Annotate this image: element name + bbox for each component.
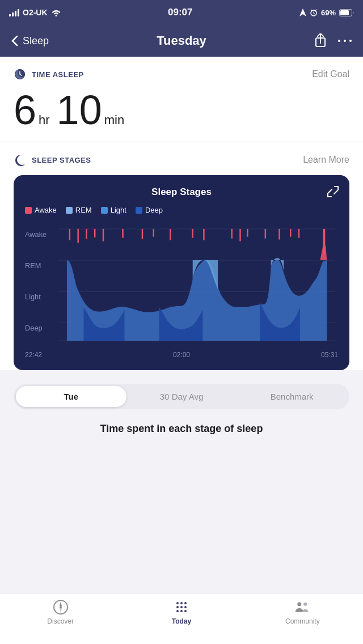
svg-point-49 [184,610,187,612]
bottom-tab-bar: Discover Today [0,593,363,644]
svg-text:Awake: Awake [25,230,47,239]
battery-percent: 69% [321,9,336,17]
back-button[interactable]: Sleep [11,35,49,47]
dots-grid-icon [174,599,189,615]
hours-value: 6 [14,90,36,130]
legend-awake-label: Awake [35,206,57,214]
minutes-value: 10 [57,90,102,130]
status-right: 69% [299,9,354,17]
svg-point-41 [176,602,179,604]
today-label: Today [172,617,191,625]
legend-awake: Awake [25,206,57,214]
period-tabs: Tue 30 Day Avg Benchmark [14,384,349,409]
time-label-mid: 02:00 [173,351,190,359]
discover-label: Discover [47,617,74,625]
svg-point-5 [344,40,346,42]
svg-marker-39 [60,601,62,607]
discover-tab-icon [53,599,69,615]
svg-point-46 [184,606,187,608]
sleep-chart-container: Sleep Stages Awake REM Light [14,175,349,370]
tab-community[interactable]: Community [242,599,363,625]
community-label: Community [285,617,320,625]
alarm-icon [310,9,318,16]
legend-light: Light [101,206,126,214]
svg-point-47 [176,610,179,612]
tab-tue[interactable]: Tue [16,386,126,407]
tab-discover[interactable]: Discover [0,599,121,625]
sleep-stages-svg: Awake REM Light Deep [25,223,338,346]
legend-rem-label: REM [75,206,92,214]
moon-clock-icon [14,68,26,80]
learn-more-link[interactable]: Learn More [303,155,349,165]
chevron-left-icon [11,35,18,46]
svg-point-43 [184,602,187,604]
people-icon [294,599,310,615]
chart-title: Sleep Stages [25,187,338,198]
tab-today[interactable]: Today [121,599,242,625]
back-label: Sleep [23,35,49,47]
battery-icon [339,9,354,16]
sleep-stages-section: SLEEP STAGES Learn More Sleep Stages Awa… [14,142,349,370]
svg-point-45 [180,606,183,608]
chart-legend: Awake REM Light Deep [25,206,338,214]
expand-icon[interactable] [327,185,339,201]
nav-actions [314,33,352,48]
more-icon[interactable] [338,39,352,43]
svg-point-44 [176,606,179,608]
svg-point-51 [304,603,307,606]
sleep-stages-title: SLEEP STAGES [14,154,91,166]
svg-point-6 [349,40,352,42]
legend-deep-dot [136,207,142,214]
time-label-start: 22:42 [25,351,42,359]
svg-text:Deep: Deep [25,324,43,332]
compass-icon [53,599,69,615]
status-time: 09:07 [168,7,192,18]
svg-point-42 [180,602,183,604]
svg-point-50 [298,602,302,606]
hours-unit: hr [39,113,50,128]
edit-goal-link[interactable]: Edit Goal [312,69,349,79]
tab-30day[interactable]: 30 Day Avg [126,386,237,407]
svg-marker-40 [60,607,62,613]
chart-time-labels: 22:42 02:00 05:31 [25,351,338,359]
legend-deep-label: Deep [145,206,163,214]
main-content: TIME ASLEEP Edit Goal 6 hr 10 min SLEEP … [0,57,363,370]
legend-deep: Deep [136,206,163,214]
svg-rect-2 [340,10,349,15]
moon-icon [14,154,26,166]
time-asleep-header: TIME ASLEEP Edit Goal [14,68,349,80]
minutes-unit: min [104,113,124,128]
legend-light-dot [101,207,108,214]
time-asleep-title: TIME ASLEEP [14,68,84,80]
wifi-icon [51,9,61,16]
legend-awake-dot [25,207,32,214]
time-display: 6 hr 10 min [14,85,349,142]
sleep-stages-header: SLEEP STAGES Learn More [14,154,349,166]
location-icon [299,9,306,16]
status-left: O2-UK [9,8,61,17]
stage-detail-title: Time spent in each stage of sleep [0,418,363,437]
expand-arrows-icon [327,185,339,198]
legend-rem-dot [66,207,73,214]
svg-text:Light: Light [25,293,41,301]
time-label-end: 05:31 [321,351,338,359]
status-bar: O2-UK 09:07 69% [0,0,363,25]
legend-rem: REM [66,206,92,214]
signal-icon [9,9,19,16]
community-tab-icon [294,599,310,615]
nav-bar: Sleep Tuesday [0,25,363,57]
page-title: Tuesday [157,33,206,48]
chart-svg-wrapper: Awake REM Light Deep [25,223,338,359]
today-tab-icon [174,599,189,615]
svg-point-4 [338,40,340,42]
tab-benchmark[interactable]: Benchmark [237,386,347,407]
legend-light-label: Light [111,206,126,214]
svg-text:REM: REM [25,261,41,270]
svg-point-48 [180,610,183,612]
carrier-label: O2-UK [23,8,48,17]
share-icon[interactable] [314,33,327,48]
